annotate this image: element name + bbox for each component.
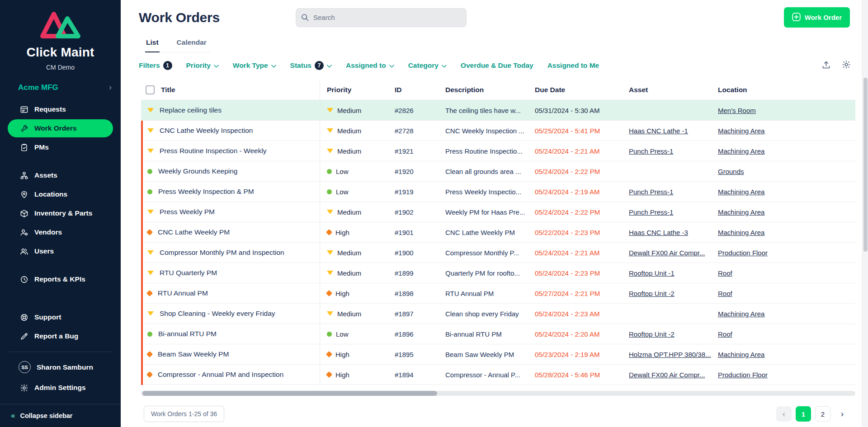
- sidebar-item-requests[interactable]: Requests: [8, 100, 113, 118]
- work-order-description: Compressor - Annual P...: [439, 365, 528, 385]
- table-row[interactable]: Bi-annual RTU PM Low #1896 Bi-annual RTU…: [141, 324, 855, 344]
- page-1-button[interactable]: 1: [796, 406, 811, 422]
- table-row[interactable]: Press Routine Inspection - Weekly Medium…: [141, 141, 855, 161]
- sidebar-item-admin-settings[interactable]: Admin Settings: [8, 379, 113, 397]
- location-link[interactable]: Roof: [718, 290, 732, 297]
- export-button[interactable]: [822, 61, 830, 70]
- sidebar-item-support[interactable]: Support: [8, 308, 113, 326]
- org-selector[interactable]: Acme MFG ›: [0, 83, 121, 92]
- search-input[interactable]: [296, 8, 467, 27]
- sidebar-item-label: Locations: [34, 190, 67, 198]
- location-link[interactable]: Roof: [718, 330, 732, 338]
- location-link[interactable]: Machining Area: [718, 188, 764, 196]
- table-row[interactable]: Press Weekly PM Medium #1902 Weekly PM f…: [141, 202, 855, 222]
- gear-icon: [842, 60, 851, 70]
- filter-assigned-to-me[interactable]: Assigned to Me: [547, 61, 599, 70]
- filter-work-type[interactable]: Work Type: [233, 61, 276, 70]
- location-link[interactable]: Machining Area: [718, 310, 764, 318]
- sidebar-item-report-a-bug[interactable]: Report a Bug: [8, 327, 113, 345]
- table-row[interactable]: Weekly Grounds Keeping Low #1920 Clean a…: [141, 161, 855, 182]
- filters-button[interactable]: Filters 1: [139, 61, 172, 70]
- location-link[interactable]: Men's Room: [718, 107, 756, 114]
- vertical-scrollbar-thumb[interactable]: [863, 78, 868, 252]
- asset-link[interactable]: Haas CNC Lathe -1: [629, 127, 688, 135]
- tab-calendar[interactable]: Calendar: [176, 38, 208, 52]
- sidebar-nav-primary: Requests Work Orders PMs: [0, 99, 121, 157]
- tab-list[interactable]: List: [145, 38, 160, 52]
- filter-priority[interactable]: Priority: [186, 61, 219, 70]
- filter-status[interactable]: Status 7: [290, 61, 332, 70]
- sidebar-item-label: Requests: [34, 105, 66, 113]
- horizontal-scrollbar-thumb[interactable]: [142, 391, 437, 396]
- location-link[interactable]: Production Floor: [718, 249, 768, 257]
- table-row[interactable]: CNC Lathe Weekly Inspection Medium #2728…: [141, 121, 855, 141]
- column-due-date: Due Date: [528, 80, 622, 100]
- table-row[interactable]: Replace ceiling tiles Medium #2826 The c…: [141, 100, 855, 121]
- vertical-scrollbar[interactable]: [862, 0, 868, 427]
- sidebar-item-locations[interactable]: Locations: [8, 185, 113, 203]
- work-orders-table: Title Priority ID Description Due Date A…: [141, 80, 855, 385]
- sidebar-item-users[interactable]: Users: [8, 242, 113, 260]
- collapse-sidebar-button[interactable]: « Collapse sidebar: [0, 404, 121, 427]
- user-menu[interactable]: SS Sharon Samburn: [8, 357, 113, 377]
- asset-link[interactable]: Rooftop Unit -2: [629, 330, 675, 338]
- asset-link[interactable]: Haas CNC Lathe -3: [629, 229, 688, 236]
- location-link[interactable]: Roof: [718, 269, 732, 277]
- table-row[interactable]: Beam Saw Weekly PM High #1895 Beam Saw W…: [141, 344, 855, 365]
- asset-link[interactable]: Rooftop Unit -2: [629, 290, 675, 297]
- asset-link[interactable]: Punch Press-1: [629, 147, 673, 155]
- asset-link[interactable]: Rooftop Unit -1: [629, 269, 675, 277]
- location-link[interactable]: Machining Area: [718, 147, 764, 155]
- next-page-button[interactable]: ›: [835, 406, 850, 422]
- due-date: 05/28/2024 - 5:46 PM: [528, 365, 622, 385]
- table-row[interactable]: CNC Lathe Weekly PM High #1901 CNC Lathe…: [141, 222, 855, 243]
- sidebar-item-inventory-parts[interactable]: Inventory & Parts: [8, 204, 113, 222]
- location-link[interactable]: Production Floor: [718, 371, 768, 379]
- sidebar-item-reports-kpis[interactable]: Reports & KPIs: [8, 270, 113, 288]
- location-link[interactable]: Grounds: [718, 168, 744, 175]
- table-row[interactable]: RTU Annual PM High #1898 RTU Annual PM 0…: [141, 283, 855, 304]
- work-order-id: #2826: [388, 100, 439, 120]
- sidebar-item-work-orders[interactable]: Work Orders: [8, 119, 113, 137]
- gear-icon: [19, 383, 28, 392]
- asset-link[interactable]: Dewalt FX00 Air Compr...: [629, 249, 705, 257]
- filter-label: Category: [408, 61, 439, 70]
- horizontal-scrollbar[interactable]: [141, 391, 855, 396]
- table-row[interactable]: Compressor Monthly PM and Inspection Med…: [141, 243, 855, 263]
- location-link[interactable]: Machining Area: [718, 208, 764, 216]
- priority-icon: [147, 149, 154, 153]
- filter-overdue-due-today[interactable]: Overdue & Due Today: [461, 61, 533, 70]
- work-order-title: Bi-annual RTU PM: [158, 330, 217, 338]
- asset-link[interactable]: Holzma OPT.HPP 380/38...: [629, 351, 711, 358]
- priority-icon: [326, 229, 332, 235]
- location-link[interactable]: Machining Area: [718, 351, 764, 358]
- page-2-button[interactable]: 2: [815, 406, 830, 422]
- location-link[interactable]: Machining Area: [718, 229, 764, 236]
- table-row[interactable]: Shop Cleaning - Weekly every Friday Medi…: [141, 304, 855, 324]
- table-row[interactable]: RTU Quarterly PM Medium #1899 Quarterly …: [141, 263, 855, 283]
- asset-link[interactable]: Punch Press-1: [629, 188, 673, 196]
- sidebar-item-label: Vendors: [34, 228, 62, 236]
- location-link[interactable]: Machining Area: [718, 127, 764, 135]
- previous-page-button[interactable]: ‹: [776, 406, 792, 422]
- click-maint-logo-icon: [37, 35, 84, 43]
- page-title: Work Orders: [139, 10, 220, 25]
- asset-link[interactable]: Punch Press-1: [629, 208, 673, 216]
- sidebar-item-pms[interactable]: PMs: [8, 138, 113, 156]
- priority-label: High: [335, 229, 349, 236]
- filter-category[interactable]: Category: [408, 61, 447, 70]
- sidebar-item-vendors[interactable]: Vendors: [8, 223, 113, 241]
- filter-assigned-to[interactable]: Assigned to: [346, 61, 394, 70]
- table-settings-button[interactable]: [842, 60, 851, 70]
- work-order-title: CNC Lathe Weekly Inspection: [160, 127, 253, 135]
- work-order-title: Press Weekly PM: [160, 208, 215, 216]
- priority-icon: [327, 169, 332, 174]
- collapse-sidebar-label: Collapse sidebar: [20, 412, 72, 419]
- select-all-checkbox[interactable]: [146, 85, 155, 94]
- box-icon: [19, 209, 28, 218]
- asset-link[interactable]: Dewalt FX00 Air Compr...: [629, 371, 705, 379]
- new-work-order-button[interactable]: Work Order: [784, 7, 850, 28]
- table-row[interactable]: Press Weekly Inspection & PM Low #1919 P…: [141, 182, 855, 202]
- sidebar-item-assets[interactable]: Assets: [8, 166, 113, 184]
- table-row[interactable]: Compressor - Annual PM and Inspection Hi…: [141, 365, 855, 385]
